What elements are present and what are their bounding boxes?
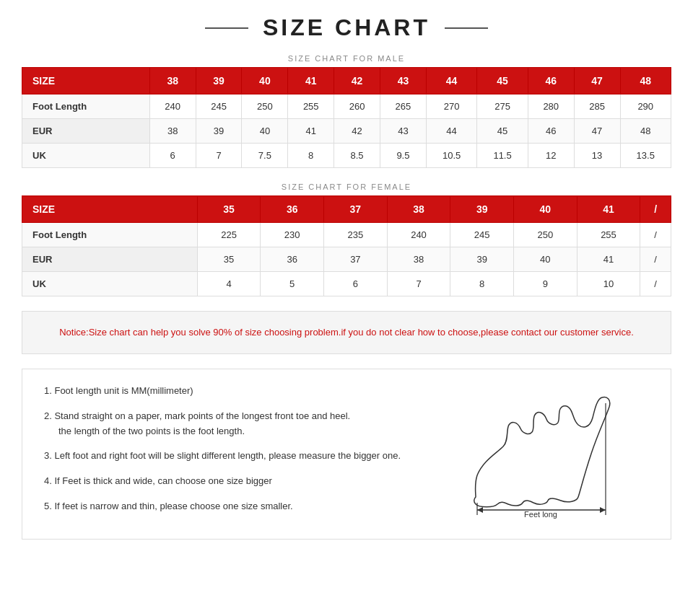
cell-value: 35 [197, 247, 261, 272]
cell-value: 8 [450, 272, 514, 296]
cell-value: 6 [149, 144, 196, 168]
cell-value: 9 [514, 272, 578, 296]
cell-value: 44 [426, 119, 476, 144]
cell-value: 260 [334, 94, 380, 119]
table-row: Foot Length24024525025526026527027528028… [22, 94, 671, 119]
cell-value: 5 [261, 272, 324, 296]
row-label: EUR [22, 247, 198, 272]
male-header-cell: 41 [288, 68, 334, 94]
foot-svg: Feet long [454, 389, 642, 519]
instruction-sub: the length of the two points is the foot… [44, 424, 432, 439]
instruction-item: 4. If Feet is thick and wide, can choose… [44, 474, 432, 489]
cell-value: 245 [450, 223, 514, 247]
female-subtitle: SIZE CHART FOR FEMALE [22, 182, 671, 191]
female-header-cell: 35 [197, 196, 261, 223]
cell-value: 48 [620, 119, 671, 144]
cell-value: 225 [197, 223, 261, 247]
male-header-cell: 42 [334, 68, 380, 94]
row-label: UK [22, 144, 150, 168]
title-section: SIZE CHART [22, 14, 671, 41]
cell-value: 8 [288, 144, 334, 168]
female-header-cell: 38 [387, 196, 450, 223]
cell-value: 4 [197, 272, 261, 296]
foot-diagram: Feet long [447, 389, 649, 519]
male-header-cell: 44 [426, 68, 476, 94]
male-header-cell: 46 [528, 68, 574, 94]
cell-value: 9.5 [380, 144, 427, 168]
instruction-item: 5. If feet is narrow and thin, please ch… [44, 499, 432, 514]
cell-value: 40 [242, 119, 288, 144]
table-row: UK45678910/ [22, 272, 671, 296]
cell-value: 255 [577, 223, 640, 247]
title-line-left [205, 27, 248, 29]
cell-value: 270 [426, 94, 476, 119]
cell-value: 40 [514, 247, 578, 272]
cell-value: 240 [149, 94, 196, 119]
instructions-section: 1. Foot length unit is MM(millimeter)2. … [22, 369, 671, 540]
female-table-body: Foot Length225230235240245250255/EUR3536… [22, 223, 671, 296]
cell-value: 38 [149, 119, 196, 144]
cell-value: 13.5 [620, 144, 671, 168]
female-header-cell: 37 [324, 196, 388, 223]
cell-value: 230 [261, 223, 324, 247]
cell-value: 240 [387, 223, 450, 247]
page-title: SIZE CHART [263, 14, 430, 41]
cell-value: 235 [324, 223, 388, 247]
title-line-right [445, 27, 488, 29]
cell-value: 46 [528, 119, 574, 144]
cell-value: 7 [196, 144, 242, 168]
instruction-item: 2. Stand straight on a paper, mark point… [44, 409, 432, 439]
male-header-cell: 45 [477, 68, 528, 94]
cell-value: 42 [334, 119, 380, 144]
cell-value: 39 [196, 119, 242, 144]
cell-value: 38 [387, 247, 450, 272]
cell-value: 12 [528, 144, 574, 168]
cell-value: 265 [380, 94, 427, 119]
cell-value: 41 [288, 119, 334, 144]
row-label: Foot Length [22, 223, 198, 247]
cell-value: 245 [196, 94, 242, 119]
cell-value: / [640, 247, 671, 272]
cell-value: 275 [477, 94, 528, 119]
cell-value: 45 [477, 119, 528, 144]
cell-value: / [640, 223, 671, 247]
female-header-row: SIZE35363738394041/ [22, 196, 671, 223]
cell-value: 290 [620, 94, 671, 119]
cell-value: 13 [574, 144, 620, 168]
female-size-table: SIZE35363738394041/ Foot Length225230235… [22, 195, 671, 296]
female-header-cell: 40 [514, 196, 578, 223]
cell-value: 7.5 [242, 144, 288, 168]
cell-value: 11.5 [477, 144, 528, 168]
male-header-cell: 43 [380, 68, 427, 94]
cell-value: 10.5 [426, 144, 476, 168]
male-header-cell: 38 [149, 68, 196, 94]
cell-value: 255 [288, 94, 334, 119]
cell-value: 250 [242, 94, 288, 119]
feet-long-label: Feet long [524, 510, 557, 519]
male-header-cell: 48 [620, 68, 671, 94]
male-header-cell: 39 [196, 68, 242, 94]
male-header-row: SIZE3839404142434445464748 [22, 68, 671, 94]
male-table-body: Foot Length24024525025526026527027528028… [22, 94, 671, 168]
female-header-cell: 36 [261, 196, 324, 223]
row-label: EUR [22, 119, 150, 144]
table-row: EUR3839404142434445464748 [22, 119, 671, 144]
cell-value: 43 [380, 119, 427, 144]
table-row: UK677.588.59.510.511.5121313.5 [22, 144, 671, 168]
cell-value: 285 [574, 94, 620, 119]
male-header-cell: 47 [574, 68, 620, 94]
cell-value: 36 [261, 247, 324, 272]
row-label: Foot Length [22, 94, 150, 119]
cell-value: 6 [324, 272, 388, 296]
cell-value: 7 [387, 272, 450, 296]
instructions-list: 1. Foot length unit is MM(millimeter)2. … [44, 384, 432, 524]
table-row: EUR35363738394041/ [22, 247, 671, 272]
svg-marker-1 [477, 507, 483, 513]
female-header-cell: 39 [450, 196, 514, 223]
female-header-cell: SIZE [22, 196, 198, 223]
cell-value: 280 [528, 94, 574, 119]
table-row: Foot Length225230235240245250255/ [22, 223, 671, 247]
page-container: SIZE CHART SIZE CHART FOR MALE SIZE38394… [0, 0, 693, 554]
cell-value: 250 [514, 223, 578, 247]
notice-box: Notice:Size chart can help you solve 90%… [22, 311, 671, 354]
